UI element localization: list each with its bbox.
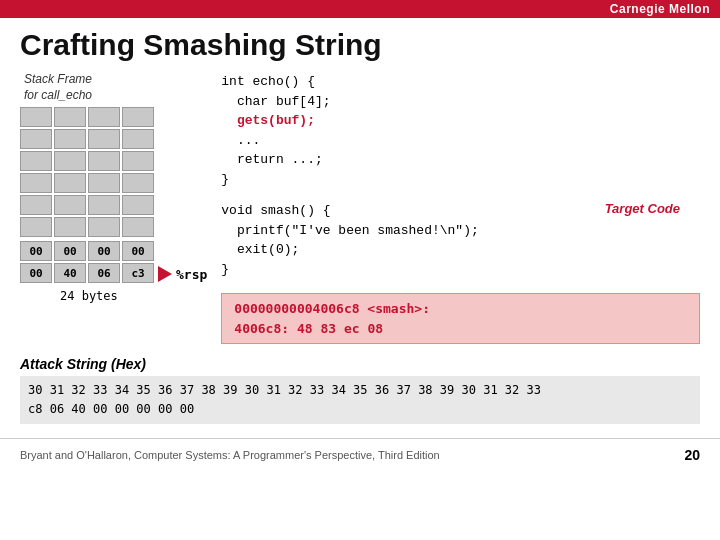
stack-cell: [20, 217, 52, 237]
hex-cell-c3: c3: [122, 263, 154, 283]
hex-line-1: 30 31 32 33 34 35 36 37 38 39 30 31 32 3…: [28, 381, 692, 400]
stack-cell: [88, 151, 120, 171]
stack-cell: [88, 217, 120, 237]
hex-cell-06: 06: [88, 263, 120, 283]
stack-cell: [54, 129, 86, 149]
bottom-hex-block: 30 31 32 33 34 35 36 37 38 39 30 31 32 3…: [20, 376, 700, 424]
smash-code-area: void smash() { printf("I've been smashed…: [221, 201, 570, 279]
stack-cell: [20, 173, 52, 193]
stack-cell: [20, 129, 52, 149]
target-code-label: Target Code: [580, 201, 680, 216]
bytes-label: 24 bytes: [60, 289, 118, 303]
hex-cell-00: 00: [20, 241, 52, 261]
address-line2: 4006c8: 48 83 ec 08: [234, 319, 687, 339]
stack-cell: [54, 173, 86, 193]
echo-code-block: int echo() { char buf[4]; gets(buf); ...…: [221, 72, 700, 189]
smash-code-block: void smash() { printf("I've been smashed…: [221, 201, 570, 279]
stack-cell: [122, 173, 154, 193]
stack-cell: [122, 129, 154, 149]
top-section: Stack Frame for call_echo: [20, 72, 700, 350]
hex-line-2: c8 06 40 00 00 00 00 00: [28, 400, 692, 419]
rsp-row: 00 40 06 c3 %rsp: [20, 263, 211, 283]
page-title: Crafting Smashing String: [20, 28, 700, 62]
stack-cell: [88, 173, 120, 193]
stack-frame-label: Stack Frame for call_echo: [24, 72, 92, 103]
cmu-header-bar: Carnegie Mellon: [0, 0, 720, 18]
hex-cell-40: 40: [54, 263, 86, 283]
footer: Bryant and O'Hallaron, Computer Systems:…: [0, 443, 720, 465]
hex-cell-00: 00: [88, 241, 120, 261]
hex-rows: 00 00 00 00 00 40 06 c3 %r: [20, 241, 211, 283]
page-number: 20: [684, 447, 700, 463]
hex-row-2: 00 40 06 c3: [20, 263, 154, 283]
stack-cell: [20, 195, 52, 215]
stack-grid: [20, 107, 154, 237]
stack-cell: [88, 129, 120, 149]
stack-cell: [54, 217, 86, 237]
stack-frame-area: Stack Frame for call_echo: [20, 72, 211, 303]
stack-cell: [122, 151, 154, 171]
attribution-text: Bryant and O'Hallaron, Computer Systems:…: [20, 449, 440, 461]
hex-cell-00: 00: [20, 263, 52, 283]
arrow-icon: [158, 266, 172, 282]
attack-string-label: Attack String (Hex): [20, 356, 700, 372]
code-section: int echo() { char buf[4]; gets(buf); ...…: [221, 72, 700, 350]
stack-cell: [122, 217, 154, 237]
stack-cell: [20, 107, 52, 127]
stack-cell: [20, 151, 52, 171]
hex-row-1: 00 00 00 00: [20, 241, 211, 261]
stack-cell: [122, 107, 154, 127]
rsp-label: %rsp: [176, 267, 207, 282]
stack-cell: [88, 195, 120, 215]
address-line1: 00000000004006c8 <smash>:: [234, 299, 687, 319]
stack-cell: [54, 107, 86, 127]
stack-cell: [122, 195, 154, 215]
stack-cell: [54, 195, 86, 215]
rsp-arrow: %rsp: [158, 266, 211, 282]
address-box: 00000000004006c8 <smash>: 4006c8: 48 83 …: [221, 293, 700, 344]
stack-cell: [88, 107, 120, 127]
hex-cell-00: 00: [122, 241, 154, 261]
institution-name: Carnegie Mellon: [610, 2, 710, 16]
stack-cell: [54, 151, 86, 171]
hex-cell-00: 00: [54, 241, 86, 261]
footer-divider: [0, 438, 720, 439]
